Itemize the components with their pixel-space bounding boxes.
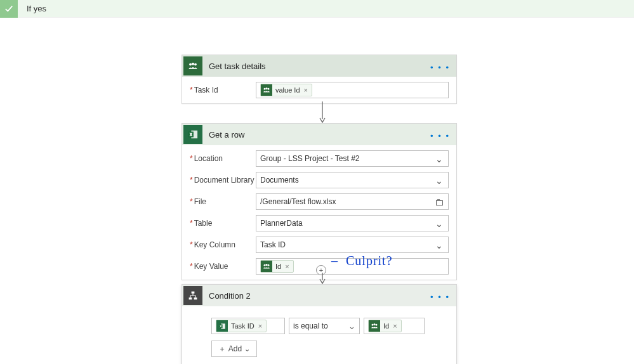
field-row-task-id: *Task Id value Id ×: [182, 79, 456, 101]
condition-icon: [183, 286, 202, 305]
add-condition-button[interactable]: ＋ Add ⌄: [211, 341, 257, 357]
svg-point-19: [373, 323, 375, 325]
token-task-id[interactable]: Task ID ×: [216, 320, 267, 332]
token-remove-icon[interactable]: ×: [285, 263, 289, 270]
svg-point-1: [192, 63, 194, 65]
token-label: value Id: [275, 86, 300, 94]
chevron-down-icon: ⌄: [435, 176, 443, 186]
svg-point-2: [194, 63, 197, 66]
file-picker[interactable]: /General/Test flow.xlsx 🗀: [256, 193, 449, 210]
svg-point-9: [264, 264, 266, 266]
keycol-select[interactable]: Task ID ⌄: [256, 237, 449, 253]
field-value: Task ID: [260, 240, 286, 249]
field-label-keyval: *Key Value: [190, 262, 256, 271]
plus-icon: ＋: [218, 344, 226, 354]
chevron-down-icon: ⌄: [435, 240, 443, 250]
field-value: PlannerData: [260, 219, 303, 228]
condition-left-operand[interactable]: Task ID ×: [211, 318, 285, 334]
chevron-down-icon: ⌄: [435, 219, 443, 229]
folder-icon[interactable]: 🗀: [435, 197, 444, 207]
svg-point-11: [268, 264, 270, 266]
condition-operator-select[interactable]: is equal to ⌄: [289, 318, 360, 334]
keyval-input[interactable]: Id ×: [256, 258, 449, 275]
svg-rect-14: [189, 297, 192, 299]
location-select[interactable]: Group - LSS Project - Test #2 ⌄: [256, 150, 449, 167]
condition-row: Task ID × is equal to ⌄ Id ×: [211, 318, 427, 334]
svg-point-3: [264, 88, 266, 90]
card-header-get-task[interactable]: Get task details • • •: [182, 55, 456, 77]
chevron-down-icon: ⌄: [348, 322, 355, 331]
task-id-input[interactable]: value Id ×: [256, 82, 449, 98]
connector-arrow: [319, 101, 326, 123]
field-label-file: *File: [190, 197, 256, 206]
token-label: Id: [383, 322, 389, 330]
svg-point-20: [376, 324, 378, 326]
field-row-keycol: *Key Column Task ID ⌄: [182, 234, 456, 256]
excel-icon: [183, 125, 202, 144]
excel-icon: [216, 320, 228, 332]
card-body-get-task: *Task Id value Id ×: [182, 77, 456, 103]
field-value: /General/Test flow.xlsx: [260, 197, 336, 206]
planner-icon: [369, 320, 380, 332]
field-label-location: *Location: [190, 154, 256, 163]
svg-point-10: [265, 264, 267, 266]
token-id[interactable]: Id ×: [260, 260, 294, 273]
condition-body: Task ID × is equal to ⌄ Id ×: [182, 306, 456, 364]
flow-canvas: Get task details • • • *Task Id value Id…: [0, 18, 634, 348]
field-row-doclib: *Document Library Documents ⌄: [182, 169, 456, 191]
token-remove-icon[interactable]: ×: [393, 322, 397, 330]
condition-right-operand[interactable]: Id ×: [364, 318, 425, 334]
field-value: Group - LSS Project - Test #2: [260, 154, 360, 163]
token-label: Task ID: [231, 322, 254, 330]
if-yes-label: If yes: [18, 4, 46, 13]
svg-point-4: [265, 88, 267, 89]
field-label-keycol: *Key Column: [190, 240, 256, 249]
card-title: Condition 2: [202, 291, 251, 301]
svg-point-5: [268, 88, 270, 90]
svg-point-18: [372, 324, 374, 326]
card-menu-button[interactable]: • • •: [430, 63, 450, 72]
token-remove-icon[interactable]: ×: [258, 322, 262, 330]
planner-icon: [261, 261, 272, 272]
planner-icon: [261, 84, 272, 96]
token-remove-icon[interactable]: ×: [304, 86, 308, 94]
connector-arrow: [319, 273, 326, 284]
card-header-get-row[interactable]: Get a row • • •: [182, 124, 456, 145]
card-title: Get a row: [202, 130, 244, 140]
chevron-down-icon: ⌄: [244, 345, 250, 353]
add-label: Add: [228, 344, 242, 353]
condition-card[interactable]: Condition 2 • • • Task ID × is equal to …: [182, 284, 457, 364]
field-label-task-id: *Task Id: [190, 86, 256, 94]
card-menu-button[interactable]: • • •: [430, 131, 450, 141]
operator-value: is equal to: [293, 322, 328, 330]
if-yes-container-header: If yes: [0, 0, 634, 18]
token-id[interactable]: Id ×: [368, 320, 402, 332]
card-body-get-row: *Location Group - LSS Project - Test #2 …: [182, 145, 456, 280]
field-label-table: *Table: [190, 219, 256, 228]
card-header-condition[interactable]: Condition 2 • • •: [182, 285, 456, 306]
table-select[interactable]: PlannerData ⌄: [256, 215, 449, 231]
card-title: Get task details: [202, 62, 266, 71]
field-row-file: *File /General/Test flow.xlsx 🗀: [182, 191, 456, 212]
action-card-get-a-row[interactable]: Get a row • • • *Location Group - LSS Pr…: [182, 123, 457, 280]
card-menu-button[interactable]: • • •: [430, 292, 450, 302]
planner-icon: [183, 56, 202, 75]
field-row-table: *Table PlannerData ⌄: [182, 212, 456, 234]
svg-rect-13: [192, 292, 195, 294]
checkmark-icon: [0, 0, 18, 18]
chevron-down-icon: ⌄: [435, 154, 443, 164]
field-label-doclib: *Document Library: [190, 176, 256, 185]
svg-rect-15: [194, 297, 197, 299]
svg-point-0: [189, 63, 192, 66]
token-value-id[interactable]: value Id ×: [260, 84, 312, 96]
field-value: Documents: [260, 176, 299, 185]
token-label: Id: [275, 263, 281, 270]
action-card-get-task-details[interactable]: Get task details • • • *Task Id value Id…: [182, 55, 457, 104]
doclib-select[interactable]: Documents ⌄: [256, 172, 449, 188]
field-row-location: *Location Group - LSS Project - Test #2 …: [182, 148, 456, 169]
